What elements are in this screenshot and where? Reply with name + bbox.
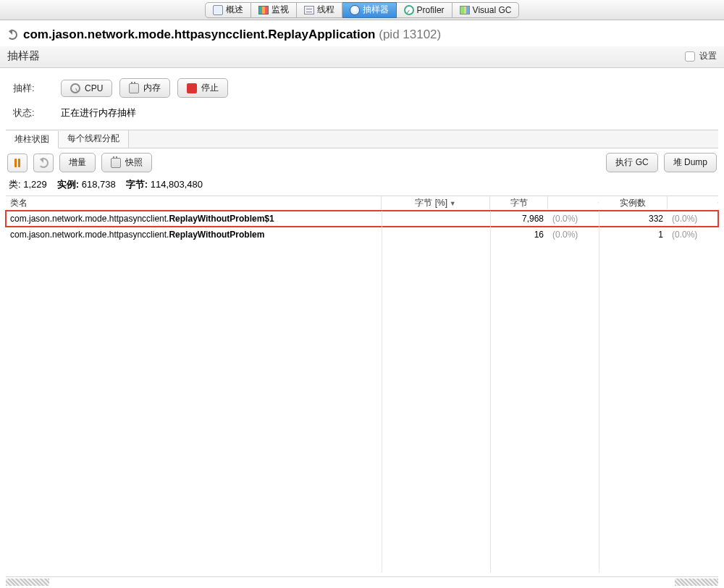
stats-instances-label: 实例: [57,179,79,190]
tab-threads[interactable]: 线程 [297,2,342,18]
memory-button-label: 内存 [143,82,161,94]
cell-classname: com.jason.network.mode.httpasyncclient.R… [6,227,382,242]
tab-threads-label: 线程 [317,4,334,16]
title-pid: (pid 13102) [379,28,441,41]
inner-tabs: 堆柱状图 每个线程分配 [6,130,718,148]
sampler-status-row: 状态: 正在进行内存抽样 [0,105,724,130]
cell-bar [382,232,490,237]
resize-grip-left[interactable] [6,579,49,586]
inner-tab-histogram-label: 堆柱状图 [14,134,49,144]
heapdump-button[interactable]: 堆 Dump [664,153,717,172]
cell-classname: com.jason.network.mode.httpasyncclient.R… [6,211,382,226]
state-value: 正在进行内存抽样 [61,106,136,119]
page-title-row: com.jason.network.mode.httpasyncclient.R… [0,20,724,46]
resize-grip-right[interactable] [675,579,718,586]
histogram-table: 类名 字节 [%] 字节 实例数 com.jason.network.mode.… [6,196,718,573]
tab-profiler-label: Profiler [417,5,445,15]
snapshot-icon [111,158,121,168]
grid-line [382,211,382,573]
col-bytes-pct[interactable]: 字节 [%] [382,196,490,211]
tab-visualgc-label: Visual GC [473,5,512,15]
refresh-button[interactable] [33,154,54,172]
title-class: ReplayApplication [268,28,375,41]
tab-sampler[interactable]: 抽样器 [342,2,397,18]
pause-button[interactable] [7,154,28,172]
reload-icon [7,30,17,40]
cell-bytes: 16 [490,227,548,242]
cell-instances: 332 [599,211,668,226]
memory-button[interactable]: 内存 [119,78,170,98]
gc-button-label: 执行 GC [615,156,648,169]
col-bytes[interactable]: 字节 [490,196,548,211]
col-instances[interactable]: 实例数 [599,196,668,211]
sample-label: 抽样: [13,82,54,95]
inner-tab-perthread-label: 每个线程分配 [67,133,119,143]
page-title: com.jason.network.mode.httpasyncclient.R… [23,28,441,42]
title-pkg: com.jason.network.mode.httpasyncclient. [23,28,268,41]
cell-bytes: 7,968 [490,211,548,226]
threads-icon [304,6,314,14]
tab-profiler[interactable]: Profiler [397,2,452,18]
visualgc-icon [460,6,470,14]
tab-visualgc[interactable]: Visual GC [452,2,520,18]
col-classname[interactable]: 类名 [6,196,382,211]
tab-sampler-label: 抽样器 [363,4,389,16]
sampler-icon [350,5,360,15]
settings-checkbox[interactable] [685,51,695,62]
cpu-button-label: CPU [85,83,103,93]
section-title: 抽样器 [7,49,40,63]
settings-label: 设置 [699,50,717,62]
tab-overview-label: 概述 [226,4,243,16]
cpu-button[interactable]: CPU [61,80,112,97]
stats-instances-value: 618,738 [82,179,116,190]
cell-instances-pct: (0.0%) [668,211,718,226]
cell-instances-pct: (0.0%) [668,227,718,242]
col-bytes-pct2 [548,202,599,205]
status-bar [6,576,718,587]
snapshot-button-label: 快照 [125,156,143,169]
stop-button-label: 停止 [201,82,219,94]
gc-button[interactable]: 执行 GC [606,153,657,172]
refresh-icon [38,158,49,168]
tab-monitor[interactable]: 监视 [251,2,297,18]
stats-bytes-label: 字节: [126,179,148,190]
cell-bar [382,217,490,221]
stats-classes-label: 类: [9,179,21,190]
stats-classes-value: 1,229 [23,179,47,190]
heapdump-button-label: 堆 Dump [673,156,707,169]
table-row[interactable]: com.jason.network.mode.httpasyncclient.R… [6,227,718,243]
cell-instances: 1 [599,227,668,242]
state-label: 状态: [13,106,54,119]
pause-icon [14,159,20,167]
inner-tab-perthread[interactable]: 每个线程分配 [59,130,129,148]
grid-line [599,211,599,573]
overview-icon [213,5,223,15]
delta-button-label: 增量 [69,156,86,169]
grid-line [490,211,491,573]
memory-icon [129,83,139,93]
table-header: 类名 字节 [%] 字节 实例数 [6,196,718,211]
section-header: 抽样器 设置 [0,46,724,68]
monitor-icon [258,6,269,14]
inner-tab-histogram[interactable]: 堆柱状图 [6,131,59,148]
table-row[interactable]: com.jason.network.mode.httpasyncclient.R… [6,211,718,227]
snapshot-button[interactable]: 快照 [101,153,152,172]
delta-button[interactable]: 增量 [59,153,96,172]
histogram-toolbar: 增量 快照 执行 GC 堆 Dump [0,148,724,177]
stop-button[interactable]: 停止 [177,78,228,98]
sampler-controls: 抽样: CPU 内存 停止 [0,68,724,105]
tab-monitor-label: 监视 [272,4,289,16]
table-body[interactable]: com.jason.network.mode.httpasyncclient.R… [6,211,718,573]
stats-bytes-value: 114,803,480 [151,179,203,190]
cpu-icon [70,83,80,93]
tab-overview[interactable]: 概述 [205,2,251,18]
stop-icon [187,83,197,93]
col-instances-pct2 [668,202,718,205]
stats-line: 类: 1,229 实例: 618,738 字节: 114,803,480 [0,177,724,196]
cell-bytes-pct: (0.0%) [548,211,599,226]
profiler-icon [404,5,414,15]
top-tab-bar: 概述 监视 线程 抽样器 Profiler Visual GC [0,0,724,20]
cell-bytes-pct: (0.0%) [548,227,599,242]
